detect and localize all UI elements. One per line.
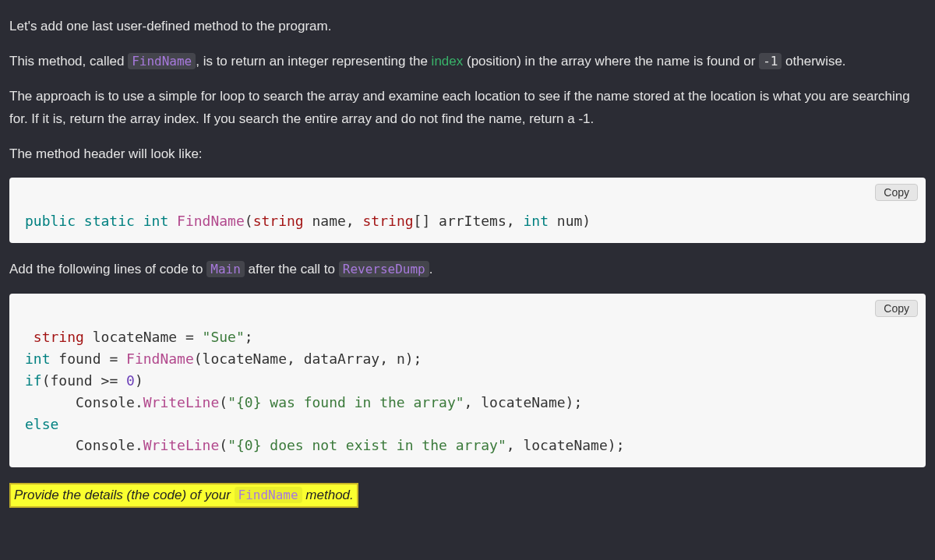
string: "Sue" <box>203 329 245 345</box>
text: , is to return an integer representing t… <box>196 54 431 69</box>
text: otherwise. <box>782 54 845 69</box>
arg: name <box>304 213 346 229</box>
cond: (found <box>42 372 101 389</box>
dot: . <box>135 394 143 410</box>
arg: dataArray <box>304 350 380 367</box>
op: = <box>185 329 194 345</box>
text: (position) in the array where the name i… <box>463 54 759 69</box>
middle-paragraph: Add the following lines of code to Main … <box>9 259 926 281</box>
sp <box>118 372 126 389</box>
arg: num <box>549 213 582 229</box>
function-name: FindName <box>177 213 245 229</box>
inline-code-neg1: -1 <box>759 53 782 69</box>
end: ); <box>405 350 422 367</box>
indent <box>25 394 76 410</box>
console: Console <box>76 437 135 453</box>
code-block-header: Copypublic static int FindName(string na… <box>9 178 926 243</box>
function-call: FindName <box>126 350 194 367</box>
text <box>168 213 177 229</box>
keyword: int <box>523 213 549 229</box>
intro-paragraph-2: This method, called FindName, is to retu… <box>9 51 926 73</box>
sp <box>25 329 34 345</box>
inline-code-findname: FindName <box>128 53 196 69</box>
copy-button[interactable]: Copy <box>875 184 918 201</box>
indent <box>25 437 76 453</box>
comma: , <box>506 213 524 229</box>
comma: , <box>346 213 363 229</box>
question-prompt: Provide the details (the code) of your F… <box>9 483 358 508</box>
console: Console <box>76 394 135 410</box>
rest: , locateName); <box>464 394 583 410</box>
text: . <box>429 262 433 276</box>
sp <box>118 350 126 367</box>
type: string <box>363 213 414 229</box>
text: This method, called <box>9 54 128 69</box>
text: after the call to <box>245 262 339 276</box>
intro-paragraph-3: The approach is to use a simple for loop… <box>9 86 926 131</box>
sp <box>194 329 203 345</box>
inline-code-findname: FindName <box>235 487 302 503</box>
number: 0 <box>126 372 135 389</box>
paren: ( <box>219 437 228 453</box>
code-block-main: Copy string locateName = "Sue"; int foun… <box>9 294 926 467</box>
arg: arrItems <box>430 213 506 229</box>
inline-code-reversedump: ReverseDump <box>339 261 429 277</box>
type: int <box>25 350 51 367</box>
brackets: [] <box>414 213 431 229</box>
var: found <box>51 350 110 367</box>
string: "{0} does not exist in the array" <box>228 437 506 453</box>
arg: n <box>397 350 405 367</box>
text: Provide the details (the code) of your <box>14 488 235 502</box>
paren: ) <box>582 213 591 229</box>
paren: ( <box>245 213 253 229</box>
type: string <box>34 329 84 345</box>
keyword: int <box>143 213 169 229</box>
comma: , <box>287 350 304 367</box>
op: = <box>109 350 118 367</box>
type: string <box>253 213 304 229</box>
keyword: public static <box>25 213 143 229</box>
rest: , locateName); <box>506 437 625 453</box>
op: >= <box>101 372 118 389</box>
keyword-else: else <box>25 416 58 432</box>
semi: ; <box>245 329 253 345</box>
dot: . <box>135 437 143 453</box>
method: WriteLine <box>143 394 220 410</box>
copy-button[interactable]: Copy <box>875 300 918 317</box>
paren: ( <box>219 394 228 410</box>
paren: (locateName <box>194 350 287 367</box>
inline-code-main: Main <box>206 261 245 277</box>
text: Add the following lines of code to <box>9 262 206 276</box>
text: method. <box>302 488 354 502</box>
string: "{0} was found in the array" <box>228 394 464 410</box>
keyword-if: if <box>25 372 42 389</box>
paren: ) <box>135 372 143 389</box>
term-index: index <box>432 54 464 69</box>
method: WriteLine <box>143 437 220 453</box>
comma: , <box>379 350 397 367</box>
var: locateName <box>84 329 185 345</box>
intro-paragraph-1: Let's add one last user-defined method t… <box>9 16 926 38</box>
intro-paragraph-4: The method header will look like: <box>9 143 926 166</box>
